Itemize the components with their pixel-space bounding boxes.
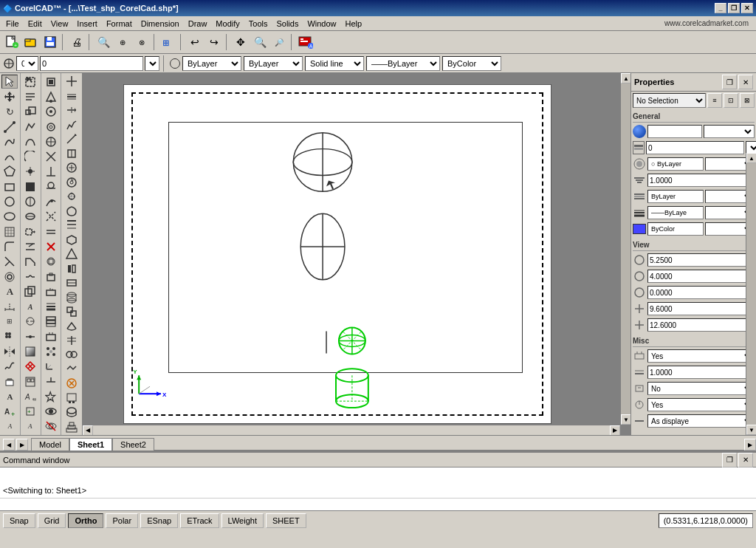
layer-value-input[interactable] [646, 141, 744, 154]
wipeout-tool[interactable] [1, 374, 18, 388]
crossing-select-tool[interactable] [22, 75, 38, 89]
extend-tool[interactable] [22, 239, 38, 253]
col4-tool-4[interactable] [63, 117, 80, 131]
view-y-input[interactable]: 4.0000 [647, 270, 755, 283]
select-tool[interactable] [1, 75, 18, 89]
new-button[interactable]: + [3, 33, 21, 51]
color-select[interactable]: ByLayer [182, 56, 241, 71]
text-mtext-tool[interactable]: A [1, 389, 18, 403]
tab-scroll-right[interactable]: ▶ [16, 439, 28, 451]
arc-tool[interactable] [1, 149, 18, 163]
snap-perpendicular[interactable] [43, 165, 59, 179]
snap-none[interactable] [43, 239, 59, 253]
col4-tool-6[interactable] [63, 146, 80, 160]
lineweight-select[interactable]: Solid line [305, 56, 364, 71]
open-button[interactable] [22, 33, 40, 51]
view-h-input[interactable]: 12.6000 [647, 318, 755, 332]
col4-tool-3[interactable] [63, 103, 80, 117]
misc-4-select[interactable]: Yes [647, 398, 755, 411]
selection-filter-button[interactable]: ≡ [707, 93, 722, 108]
polyline-tool[interactable] [22, 120, 38, 134]
view-w-input[interactable]: 9.6000 [647, 302, 755, 315]
canvas-vscrollbar[interactable]: ▲ ▼ [620, 73, 630, 425]
prop-scroll-track[interactable] [746, 163, 756, 425]
curve-tool[interactable] [22, 134, 38, 148]
arc3-tool[interactable] [22, 194, 38, 208]
quick-select-button[interactable]: ⊡ [724, 93, 738, 108]
mirror-tool[interactable] [1, 344, 18, 358]
snap-parallel[interactable] [43, 225, 59, 239]
sheet2-tab[interactable]: Sheet2 [112, 438, 154, 451]
text-tool[interactable]: A [1, 284, 18, 298]
cmd-close-button[interactable]: ✕ [738, 453, 753, 467]
object-snap[interactable] [43, 270, 59, 284]
view-z-input[interactable]: 0.0000 [647, 286, 755, 299]
menu-solids[interactable]: Solids [272, 18, 303, 30]
hatch-tool[interactable] [1, 225, 18, 239]
col4-tool-22[interactable] [63, 377, 80, 390]
join-tool[interactable] [22, 329, 38, 343]
rotate-tool[interactable]: ↻ [1, 105, 18, 119]
menu-draw[interactable]: Draw [184, 18, 212, 30]
polygon-tool[interactable] [1, 165, 18, 179]
scroll-track-v[interactable] [621, 83, 630, 414]
col4-tool-10[interactable] [63, 204, 80, 217]
offset-tool[interactable] [1, 270, 18, 284]
zoom-fit-button[interactable]: ⊕ [114, 33, 131, 51]
snap-tangent[interactable] [43, 179, 59, 193]
undo-button[interactable]: ↩ [186, 33, 204, 51]
line-tool[interactable] [1, 120, 18, 134]
properties-panel-buttons[interactable]: ❐ ✕ [722, 75, 753, 89]
copy-tool[interactable] [22, 284, 38, 298]
col4-tool-2[interactable] [63, 89, 80, 102]
menu-file[interactable]: File [1, 18, 24, 30]
command-input[interactable] [1, 500, 755, 509]
menu-format[interactable]: Format [102, 18, 137, 30]
model-tab[interactable]: Model [31, 438, 69, 451]
cmd-restore-button[interactable]: ❐ [722, 453, 737, 467]
sheet1-tab[interactable]: Sheet1 [69, 438, 112, 451]
menu-window[interactable]: Window [303, 18, 340, 30]
polar-button[interactable]: Polar [106, 513, 138, 528]
radial-dim-tool[interactable] [22, 315, 38, 329]
move-tool[interactable] [1, 89, 18, 103]
col4-tool-7[interactable] [63, 161, 80, 174]
properties-close-button[interactable]: ✕ [738, 75, 753, 89]
etrack-button[interactable]: ETrack [180, 513, 219, 528]
properties-button[interactable]: A [297, 33, 315, 51]
isolate-layer[interactable] [43, 389, 59, 403]
misc-5-select[interactable]: As displaye [647, 414, 755, 428]
zoom-minus-button[interactable]: 🔎 [270, 33, 288, 51]
properties-match[interactable] [22, 89, 38, 103]
line-width-tool[interactable] [43, 299, 59, 313]
tab-scroll-left[interactable]: ◀ [3, 439, 15, 451]
properties-restore-button[interactable]: ❐ [722, 75, 737, 89]
stretch-tool[interactable] [22, 225, 38, 239]
gradient-tool[interactable] [22, 344, 38, 358]
trim-tool[interactable] [1, 255, 18, 269]
zoom-select-button[interactable]: ⊗ [133, 33, 151, 51]
restore-button[interactable]: ❐ [728, 3, 740, 13]
ortho-mode[interactable] [43, 374, 59, 388]
menu-edit[interactable]: Edit [24, 18, 47, 30]
col4-tool-13[interactable] [63, 247, 80, 261]
scroll-right-arrow[interactable]: ▶ [610, 425, 620, 436]
menu-help[interactable]: Help [341, 18, 367, 30]
menu-dimension[interactable]: Dimension [137, 18, 184, 30]
snap-button[interactable]: Snap [3, 513, 35, 528]
col4-tool-12[interactable] [63, 233, 80, 246]
col4-tool-14[interactable] [63, 261, 80, 275]
menu-tools[interactable]: Tools [244, 18, 272, 30]
menu-modify[interactable]: Modify [211, 18, 244, 30]
col4-tool-19[interactable] [63, 334, 80, 347]
solid-fill-tool[interactable] [22, 179, 38, 193]
scroll-left-arrow[interactable]: ◀ [83, 425, 93, 436]
layer-manager[interactable] [43, 315, 59, 329]
linetype-select[interactable]: ByLayer [244, 56, 303, 71]
snap-quadrant[interactable] [43, 134, 59, 148]
circle-tool[interactable] [1, 194, 18, 208]
menu-view[interactable]: View [47, 18, 73, 30]
snap-apparent[interactable] [43, 210, 59, 224]
snap-endpoint[interactable] [43, 75, 59, 89]
snap-all[interactable] [43, 255, 59, 269]
